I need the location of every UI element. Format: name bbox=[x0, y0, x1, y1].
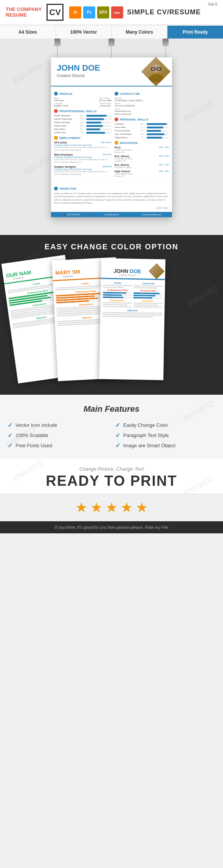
cv-icon: CV bbox=[46, 4, 63, 21]
education-icon bbox=[115, 141, 118, 145]
skill-row-aftereffect: After Effect 5.5 bbox=[54, 128, 112, 130]
footer-phone: 📞 0012 21456789 bbox=[54, 213, 90, 216]
variant-orange-name: MARY SM bbox=[55, 269, 80, 276]
prof-skills-icon bbox=[54, 109, 58, 113]
resume-last-name: DOE bbox=[82, 63, 100, 73]
employment-icon bbox=[54, 136, 58, 140]
string-left bbox=[57, 46, 57, 57]
personal-skills-list: Creativity 9.0 Team Work 7.5 Communicati… bbox=[115, 123, 169, 139]
signature: John Doe bbox=[54, 206, 169, 210]
string-center bbox=[111, 46, 112, 57]
feature-smart-object: ✓ Image are Smart Object bbox=[115, 442, 215, 449]
features-grid: ✓ Vector Icon Include ✓ Easily Change Co… bbox=[8, 422, 215, 449]
star-1: ★ bbox=[75, 500, 87, 516]
title-block: SIMPLE CV/RESUME bbox=[127, 8, 201, 16]
resume-job-title: Creative Director bbox=[57, 74, 100, 78]
prof-skills-list: Adobe Illustrator 8.0 Adobe Photoshop 7.… bbox=[54, 114, 112, 134]
objective-icon bbox=[54, 187, 58, 190]
resume-footer: 📞 0012 21456789 ✉ your@mail.com 🌐 www.yo… bbox=[51, 212, 172, 217]
check-icon-1: ✓ bbox=[8, 422, 12, 429]
edu-ba: B.A. (Hons) 2001 - 2004 Art Alumni Colle… bbox=[115, 164, 169, 168]
change-text: Change Picture, Change Text bbox=[6, 466, 217, 472]
skill-organization: Organization 7.0 bbox=[115, 136, 169, 139]
profile-icon bbox=[54, 92, 58, 96]
brand-block: THE COMPANY RESUME CV bbox=[6, 4, 63, 21]
resume-card-header: JOHN DOE Creative Director bbox=[51, 57, 172, 86]
resume-name-block: JOHN DOE Creative Director bbox=[57, 63, 100, 78]
star-3: ★ bbox=[105, 500, 118, 516]
prof-skills-title: Proffessional Skills bbox=[54, 109, 112, 113]
pdf-icon: PDF bbox=[111, 6, 123, 19]
edu-phd: Ph.D 2008 - 2010 University of Lorem Tam… bbox=[115, 146, 169, 153]
hanging-clips bbox=[0, 39, 223, 57]
clip-body-left bbox=[54, 39, 60, 46]
personal-skills-icon bbox=[115, 117, 118, 121]
check-icon-4: ✓ bbox=[115, 432, 120, 439]
star-4: ★ bbox=[121, 500, 133, 516]
eps-icon: EPS bbox=[97, 6, 109, 19]
skill-row-flash: Adobe Flash 6.5 bbox=[54, 125, 112, 127]
feature-scalable: ✓ 100% Scalable bbox=[8, 432, 108, 439]
feature-bar: A4 Sizes 100% Vector Many Colors Print R… bbox=[0, 25, 223, 39]
color-variants: OUR NAM Actor/Archi... Profile Proffessi… bbox=[6, 259, 217, 387]
contact-phone: Phone+91 (11) 0123456789 bbox=[115, 102, 169, 107]
skill-row-photoshop: Adobe Photoshop 7.0 bbox=[54, 118, 112, 120]
skill-teamwork: Team Work 7.5 bbox=[115, 126, 169, 128]
resume-card: JOHN DOE Creative Director bbox=[51, 57, 172, 217]
feature-label-3: 100% Scalable bbox=[15, 432, 48, 438]
brand-main: THE COMPANY bbox=[6, 6, 42, 12]
variant-photo bbox=[149, 263, 164, 279]
resume-photo-inner bbox=[141, 57, 170, 86]
stars-section: ★ ★ ★ ★ ★ bbox=[0, 494, 223, 521]
objective-text: Obtain a position at XYZ Company where I… bbox=[54, 192, 169, 204]
skill-communication: Communication 6.5 bbox=[115, 130, 169, 132]
software-icons: Ai Ps EPS PDF bbox=[69, 6, 123, 19]
objective-section: Objective Obtain a position at XYZ Compa… bbox=[51, 182, 172, 212]
emp-webdev: Web Developer 2010-2014 Company Name and… bbox=[54, 153, 112, 164]
education-list: Ph.D 2008 - 2010 University of Lorem Tam… bbox=[115, 146, 169, 177]
check-icon-2: ✓ bbox=[115, 422, 120, 429]
clip-right bbox=[163, 39, 169, 57]
svg-point-2 bbox=[152, 64, 160, 72]
resume-preview-section: envato envato envato JOHN DOE Creative D… bbox=[0, 39, 223, 235]
star-2: ★ bbox=[90, 500, 102, 516]
education-title: Education bbox=[115, 141, 169, 145]
feature-label-6: Image are Smart Object bbox=[123, 443, 175, 448]
skill-row-indesign: Adobe InDesign 6.0 bbox=[54, 121, 112, 124]
profile-section-title: Profile bbox=[54, 92, 112, 96]
objective-title: Objective bbox=[54, 187, 169, 190]
clip-body-right bbox=[163, 39, 169, 46]
profile-name-row: NameJohn Doe Date of Birth02 Jan 1995 bbox=[54, 97, 112, 102]
contact-social: Socialwww.facebook.com bbox=[115, 108, 169, 112]
profile-lang-row: LanguageEnglish, Hindi Marital StatusUnm… bbox=[54, 102, 112, 107]
feature-vector-icon: ✓ Vector Icon Include bbox=[8, 422, 108, 429]
person-avatar bbox=[146, 61, 167, 82]
check-icon-3: ✓ bbox=[8, 432, 12, 439]
ai-icon: Ai bbox=[69, 6, 81, 19]
contact-address: Address117/XB Block, London 208012 bbox=[115, 97, 169, 102]
resume-full-name: JOHN DOE bbox=[57, 63, 100, 73]
watermark-2: envato bbox=[182, 99, 215, 124]
footer-web: 🌐 www.yourwebsite.com bbox=[133, 213, 169, 216]
feature-label-5: Free Fonts Used bbox=[15, 443, 52, 448]
bottom-text: If you think, It's good for you then ple… bbox=[0, 521, 223, 533]
product-title: SIMPLE CV/RESUME bbox=[127, 8, 201, 16]
clip-left bbox=[54, 39, 60, 57]
employment-list: VFX Artist 2014-current Company Name and… bbox=[54, 141, 112, 176]
feature-fonts: ✓ Free Fonts Used bbox=[8, 442, 108, 449]
skill-row-illustrator: Adobe Illustrator 8.0 bbox=[54, 114, 112, 117]
resume-right-col: Contact Me Address117/XB Block, London 2… bbox=[112, 90, 169, 179]
skill-row-html: HTML/CSS 7.5 bbox=[54, 131, 112, 134]
resume-body: Profile NameJohn Doe Date of Birth02 Jan… bbox=[51, 86, 172, 182]
resume-photo bbox=[141, 57, 171, 86]
star-5: ★ bbox=[136, 500, 148, 516]
feature-paragraph: ✓ Paragraph Text Style bbox=[115, 432, 215, 439]
svg-point-3 bbox=[149, 74, 163, 82]
feature-a4: A4 Sizes bbox=[0, 26, 56, 39]
feature-label-2: Easily Change Color bbox=[123, 422, 168, 428]
resume-first-name: JOHN bbox=[57, 63, 80, 73]
print-section: envato envato Change Picture, Change Tex… bbox=[0, 459, 223, 494]
footer-email: ✉ your@mail.com bbox=[93, 213, 130, 216]
top-header: THE COMPANY RESUME CV Ai Ps EPS PDF SIMP… bbox=[0, 0, 223, 25]
vol-badge: Vol-5 bbox=[208, 2, 217, 6]
